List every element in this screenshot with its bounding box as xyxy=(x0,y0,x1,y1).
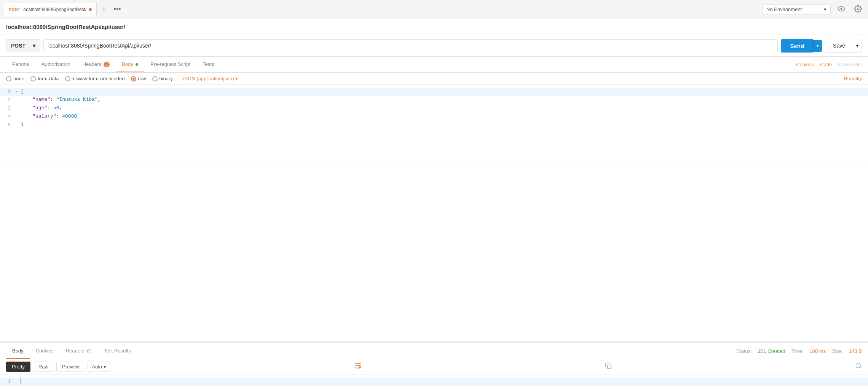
time-label: Time: xyxy=(791,348,803,354)
code-line-3: 3 "age": 50, xyxy=(0,105,868,113)
add-tab-button[interactable]: + xyxy=(100,4,108,15)
binary-radio-circle xyxy=(152,76,158,81)
url-input[interactable] xyxy=(43,39,778,52)
code-editor: 1 ▾ { 2 "name": "Inuzuka Kiba", 3 "age":… xyxy=(0,85,868,342)
form-data-radio[interactable]: form-data xyxy=(30,76,59,81)
tab-prerequest[interactable]: Pre-request Script xyxy=(144,57,196,72)
tab-bar: POST localhost:8080/SpringBootRest/ + ••… xyxy=(0,0,868,19)
status-value: 201 Created xyxy=(758,348,785,354)
urlencoded-radio[interactable]: x-www-form-urlencoded xyxy=(65,76,125,81)
request-tabs-right: Cookies Code Comments xyxy=(796,57,862,72)
format-chevron-icon: ▾ xyxy=(104,364,106,370)
send-button[interactable]: Send xyxy=(781,39,813,53)
save-dropdown-button[interactable]: ▾ xyxy=(853,39,862,53)
send-button-group: Send ▾ xyxy=(781,39,822,53)
response-tabs-row: Body Cookies Headers (3) Test Results St… xyxy=(0,343,868,359)
code-line-1: 1 ▾ { xyxy=(0,88,868,96)
save-button-group: Save ▾ xyxy=(825,39,862,53)
comments-link[interactable]: Comments xyxy=(838,57,862,72)
tab-params[interactable]: Params xyxy=(6,57,35,72)
line-number-1: 1 xyxy=(0,88,15,94)
resp-preview-button[interactable]: Preview xyxy=(56,362,85,372)
json-type-chevron-icon: ▾ xyxy=(235,76,238,81)
tab-method-label: POST xyxy=(9,7,20,12)
svg-point-1 xyxy=(841,8,842,10)
page-title: localhost:8080/SpringBootRestApi/api/use… xyxy=(6,24,125,30)
body-active-dot xyxy=(136,63,138,66)
body-type-row: none form-data x-www-form-urlencoded raw… xyxy=(0,73,868,85)
tab-body[interactable]: Body xyxy=(116,57,144,72)
request-tabs-row: Params Authorization Headers 2 Body Pre-… xyxy=(0,57,868,73)
request-header: localhost:8080/SpringBootRestApi/api/use… xyxy=(0,19,868,35)
svg-line-7 xyxy=(860,367,861,368)
resp-tab-body[interactable]: Body xyxy=(6,343,30,359)
response-toolbar: Pretty Raw Preview Auto ▾ xyxy=(0,359,868,375)
request-body-editor[interactable]: 1 ▾ { 2 "name": "Inuzuka Kiba", 3 "age":… xyxy=(0,85,868,161)
tab-headers[interactable]: Headers 2 xyxy=(77,57,116,72)
code-link[interactable]: Code xyxy=(820,57,832,72)
resp-raw-button[interactable]: Raw xyxy=(33,362,54,372)
status-label: Status: xyxy=(736,348,752,354)
resp-line-number-1: 1 xyxy=(0,378,15,384)
response-meta: Status: 201 Created Time: 100 ms Size: 1… xyxy=(736,348,862,354)
resp-tab-cookies[interactable]: Cookies xyxy=(30,343,60,359)
urlencoded-radio-circle xyxy=(65,76,70,81)
size-label: Size: xyxy=(832,348,843,354)
url-bar: POST ▾ Send ▾ Save ▾ xyxy=(0,35,868,57)
svg-point-6 xyxy=(856,363,860,368)
none-radio[interactable]: none xyxy=(6,76,24,81)
eye-icon-button[interactable] xyxy=(835,3,847,16)
code-line-4: 4 "salary": 40000 xyxy=(0,113,868,121)
more-tabs-button[interactable]: ••• xyxy=(112,4,123,15)
response-section: Body Cookies Headers (3) Test Results St… xyxy=(0,342,868,389)
line-toggle-1[interactable]: ▾ xyxy=(15,88,21,94)
method-value: POST xyxy=(11,43,26,49)
chevron-down-icon: ▾ xyxy=(824,6,827,12)
resp-tab-test-results[interactable]: Test Results xyxy=(98,343,137,359)
request-tabs: Params Authorization Headers 2 Body Pre-… xyxy=(6,57,220,72)
svg-point-2 xyxy=(857,8,859,10)
environment-selector[interactable]: No Environment ▾ xyxy=(762,4,831,14)
request-tab[interactable]: POST localhost:8080/SpringBootRest/ xyxy=(4,3,97,16)
tab-authorization[interactable]: Authorization xyxy=(35,57,77,72)
settings-icon-button[interactable] xyxy=(852,3,864,16)
form-data-radio-circle xyxy=(30,76,36,81)
tab-bar-right: No Environment ▾ xyxy=(762,3,864,16)
resp-pretty-button[interactable]: Pretty xyxy=(6,362,30,372)
resp-line-1: 1 xyxy=(0,378,868,386)
resp-search-button[interactable] xyxy=(855,362,862,371)
response-tabs: Body Cookies Headers (3) Test Results xyxy=(6,343,137,359)
resp-wrap-button[interactable] xyxy=(354,362,362,372)
json-type-selector[interactable]: JSON (application/json) ▾ xyxy=(182,76,238,81)
response-body: 1 xyxy=(0,375,868,389)
resp-headers-badge: (3) xyxy=(87,349,91,353)
method-select[interactable]: POST ▾ xyxy=(6,39,40,52)
env-label: No Environment xyxy=(766,6,802,12)
tab-tests[interactable]: Tests xyxy=(196,57,220,72)
resp-format-selector[interactable]: Auto ▾ xyxy=(88,362,110,372)
cookies-link[interactable]: Cookies xyxy=(796,57,814,72)
method-chevron-icon: ▾ xyxy=(33,43,35,49)
tab-url-label: localhost:8080/SpringBootRest/ xyxy=(22,7,86,12)
code-line-5: 5 } xyxy=(0,121,868,130)
headers-badge: 2 xyxy=(104,62,110,67)
code-line-2: 2 "name": "Inuzuka Kiba", xyxy=(0,96,868,105)
time-value: 100 ms xyxy=(809,348,826,354)
none-radio-circle xyxy=(6,76,11,81)
tab-modified-dot xyxy=(89,8,92,11)
resp-tab-headers[interactable]: Headers (3) xyxy=(60,343,98,359)
resp-copy-button[interactable] xyxy=(605,362,612,371)
send-dropdown-button[interactable]: ▾ xyxy=(813,40,822,52)
raw-radio[interactable]: raw xyxy=(131,76,146,81)
svg-rect-5 xyxy=(608,365,611,369)
beautify-button[interactable]: Beautify xyxy=(844,76,862,81)
save-button[interactable]: Save xyxy=(825,39,853,53)
raw-radio-circle xyxy=(131,76,136,81)
tab-bar-left: POST localhost:8080/SpringBootRest/ + ••… xyxy=(4,3,123,16)
size-value: 143 B xyxy=(849,348,862,354)
binary-radio[interactable]: binary xyxy=(152,76,173,81)
